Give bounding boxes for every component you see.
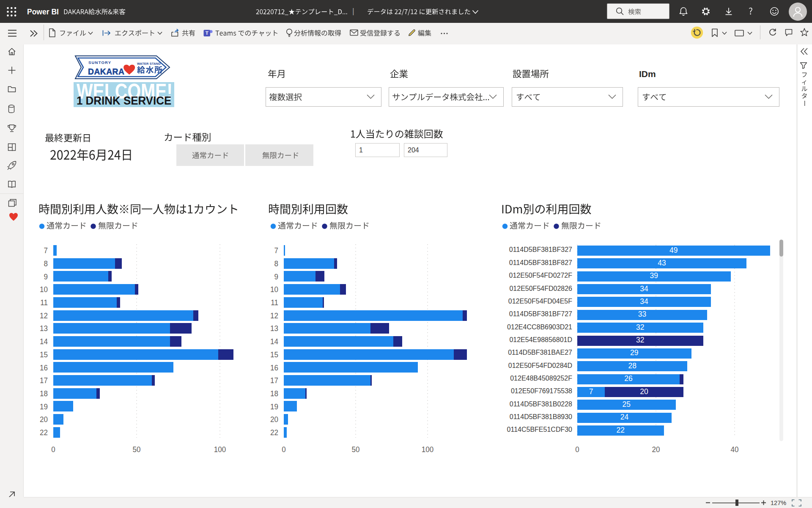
svg-text:T: T (206, 30, 208, 36)
